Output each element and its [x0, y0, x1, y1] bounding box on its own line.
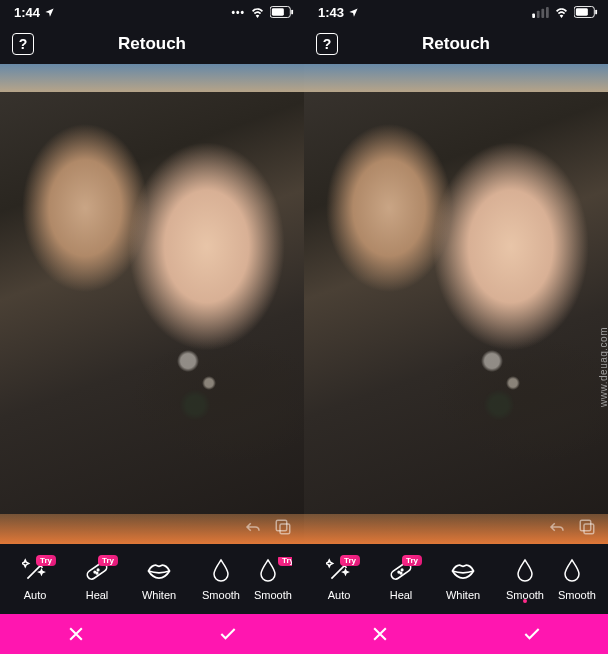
svg-point-8: [96, 572, 98, 574]
tool-smooth-next[interactable]: Smooth: [556, 557, 596, 601]
wifi-icon: [250, 7, 265, 18]
image-canvas[interactable]: [0, 64, 304, 544]
svg-point-19: [398, 571, 400, 573]
svg-rect-12: [546, 7, 549, 18]
try-badge: Try: [402, 555, 422, 566]
svg-rect-16: [580, 520, 591, 531]
tool-label: Auto: [328, 589, 351, 601]
svg-rect-15: [595, 10, 597, 15]
signal-icon: [532, 7, 549, 18]
tool-strip[interactable]: Try Auto Try Heal Whiten Smooth Try Smoo…: [0, 544, 304, 614]
drop-icon: [207, 557, 235, 585]
tool-label: Whiten: [446, 589, 480, 601]
location-icon: [348, 7, 359, 18]
svg-point-20: [401, 569, 403, 571]
tool-label: Heal: [86, 589, 109, 601]
tool-strip[interactable]: Try Auto Try Heal Whiten Smooth Smooth: [304, 544, 608, 614]
try-badge: Try: [36, 555, 56, 566]
undo-button[interactable]: [242, 516, 264, 538]
tool-whiten[interactable]: Whiten: [432, 557, 494, 601]
svg-rect-9: [532, 13, 535, 18]
apply-button[interactable]: [152, 614, 304, 654]
tool-auto[interactable]: Try Auto: [4, 557, 66, 601]
cancel-button[interactable]: [304, 614, 456, 654]
image-canvas[interactable]: [304, 64, 608, 544]
help-button[interactable]: ?: [316, 33, 338, 55]
watermark: www.deuaq.com: [599, 327, 609, 407]
status-bar: 1:44 •••: [0, 0, 304, 24]
photo-content: [0, 64, 304, 544]
dots-icon: •••: [231, 7, 245, 18]
wifi-icon: [554, 7, 569, 18]
phone-left: 1:44 ••• ? Retouch: [0, 0, 304, 654]
svg-rect-14: [576, 8, 588, 15]
tool-label: Smooth: [254, 589, 292, 601]
confirm-bar: [304, 614, 608, 654]
phone-right: 1:43 ? Retouch: [304, 0, 608, 654]
svg-rect-4: [280, 524, 290, 534]
try-badge: Try: [278, 557, 292, 566]
svg-point-21: [400, 572, 402, 574]
photo-content: [304, 64, 608, 544]
tool-whiten[interactable]: Whiten: [128, 557, 190, 601]
lips-icon: [145, 557, 173, 585]
cancel-button[interactable]: [0, 614, 152, 654]
tool-label: Heal: [390, 589, 413, 601]
drop-icon: [511, 557, 539, 585]
svg-rect-2: [291, 10, 293, 15]
undo-button[interactable]: [546, 516, 568, 538]
tool-label: Auto: [24, 589, 47, 601]
tool-label: Smooth: [202, 589, 240, 601]
drop-icon: [558, 557, 586, 585]
nav-bar: ? Retouch: [0, 24, 304, 64]
gradient-top: [304, 64, 608, 92]
compare-button[interactable]: [576, 516, 598, 538]
try-badge: Try: [340, 555, 360, 566]
tool-smooth-next[interactable]: Try Smooth: [252, 557, 292, 601]
lips-icon: [449, 557, 477, 585]
active-indicator: [523, 599, 527, 603]
tool-label: Whiten: [142, 589, 176, 601]
status-bar: 1:43: [304, 0, 608, 24]
tool-heal[interactable]: Try Heal: [370, 557, 432, 601]
location-icon: [44, 7, 55, 18]
svg-rect-17: [584, 524, 594, 534]
status-time: 1:43: [318, 5, 344, 20]
page-title: Retouch: [422, 34, 490, 54]
svg-rect-3: [276, 520, 287, 531]
svg-rect-10: [537, 10, 540, 17]
compare-button[interactable]: [272, 516, 294, 538]
apply-button[interactable]: [456, 614, 608, 654]
battery-icon: [270, 6, 294, 18]
battery-icon: [574, 6, 598, 18]
svg-rect-11: [541, 8, 544, 17]
help-button[interactable]: ?: [12, 33, 34, 55]
status-time: 1:44: [14, 5, 40, 20]
svg-point-6: [94, 571, 96, 573]
tool-heal[interactable]: Try Heal: [66, 557, 128, 601]
confirm-bar: [0, 614, 304, 654]
try-badge: Try: [98, 555, 118, 566]
tool-smooth[interactable]: Smooth: [494, 557, 556, 601]
tool-smooth[interactable]: Smooth: [190, 557, 252, 601]
page-title: Retouch: [118, 34, 186, 54]
svg-point-7: [97, 569, 99, 571]
svg-rect-1: [272, 8, 284, 15]
comparison-container: 1:44 ••• ? Retouch: [0, 0, 608, 654]
tool-auto[interactable]: Try Auto: [308, 557, 370, 601]
tool-label: Smooth: [558, 589, 596, 601]
nav-bar: ? Retouch: [304, 24, 608, 64]
gradient-top: [0, 64, 304, 92]
